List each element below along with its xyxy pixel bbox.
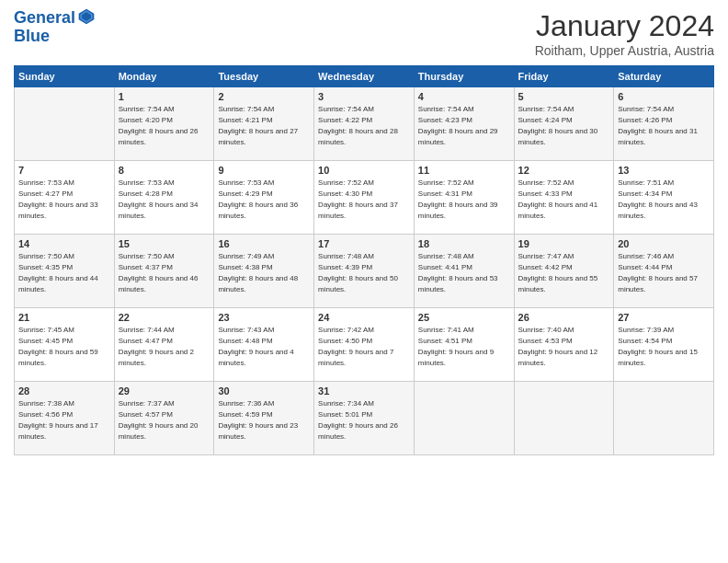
day-info: Sunrise: 7:54 AMSunset: 4:20 PMDaylight:… bbox=[119, 104, 210, 148]
calendar-cell: 1 Sunrise: 7:54 AMSunset: 4:20 PMDayligh… bbox=[114, 87, 214, 161]
calendar-cell: 14 Sunrise: 7:50 AMSunset: 4:35 PMDaylig… bbox=[15, 235, 115, 308]
calendar-cell: 27 Sunrise: 7:39 AMSunset: 4:54 PMDaylig… bbox=[614, 308, 714, 382]
day-info: Sunrise: 7:34 AMSunset: 5:01 PMDaylight:… bbox=[318, 398, 410, 442]
calendar-cell bbox=[15, 87, 115, 161]
day-number: 20 bbox=[618, 238, 710, 249]
calendar-cell: 22 Sunrise: 7:44 AMSunset: 4:47 PMDaylig… bbox=[114, 308, 214, 382]
day-info: Sunrise: 7:53 AMSunset: 4:27 PMDaylight:… bbox=[18, 178, 110, 222]
day-info: Sunrise: 7:54 AMSunset: 4:22 PMDaylight:… bbox=[318, 104, 410, 148]
calendar-cell: 20 Sunrise: 7:46 AMSunset: 4:44 PMDaylig… bbox=[614, 235, 714, 308]
day-number: 1 bbox=[119, 91, 210, 102]
day-info: Sunrise: 7:46 AMSunset: 4:44 PMDaylight:… bbox=[618, 251, 710, 295]
day-number: 7 bbox=[18, 165, 110, 176]
page: General Blue January 2024 Roitham, Upper… bbox=[0, 0, 728, 563]
day-info: Sunrise: 7:36 AMSunset: 4:59 PMDaylight:… bbox=[218, 398, 310, 442]
day-info: Sunrise: 7:44 AMSunset: 4:47 PMDaylight:… bbox=[119, 325, 210, 369]
month-title: January 2024 bbox=[535, 9, 714, 43]
day-info: Sunrise: 7:41 AMSunset: 4:51 PMDaylight:… bbox=[418, 325, 510, 369]
day-number: 21 bbox=[18, 312, 110, 323]
location-subtitle: Roitham, Upper Austria, Austria bbox=[535, 43, 714, 58]
calendar-cell: 19 Sunrise: 7:47 AMSunset: 4:42 PMDaylig… bbox=[514, 235, 614, 308]
day-info: Sunrise: 7:51 AMSunset: 4:34 PMDaylight:… bbox=[618, 178, 710, 222]
header: General Blue January 2024 Roitham, Upper… bbox=[14, 9, 714, 58]
day-info: Sunrise: 7:54 AMSunset: 4:26 PMDaylight:… bbox=[618, 104, 710, 148]
calendar-cell: 3 Sunrise: 7:54 AMSunset: 4:22 PMDayligh… bbox=[314, 87, 415, 161]
calendar-cell: 26 Sunrise: 7:40 AMSunset: 4:53 PMDaylig… bbox=[514, 308, 614, 382]
day-number: 25 bbox=[418, 312, 510, 323]
calendar-cell bbox=[414, 382, 514, 455]
day-number: 2 bbox=[218, 91, 310, 102]
day-info: Sunrise: 7:43 AMSunset: 4:48 PMDaylight:… bbox=[218, 325, 310, 369]
calendar-cell: 15 Sunrise: 7:50 AMSunset: 4:37 PMDaylig… bbox=[114, 235, 214, 308]
day-number: 11 bbox=[418, 165, 510, 176]
day-info: Sunrise: 7:48 AMSunset: 4:39 PMDaylight:… bbox=[318, 251, 410, 295]
calendar-cell: 13 Sunrise: 7:51 AMSunset: 4:34 PMDaylig… bbox=[614, 161, 714, 235]
header-wednesday: Wednesday bbox=[314, 66, 415, 87]
header-sunday: Sunday bbox=[15, 66, 115, 87]
logo-icon bbox=[77, 7, 96, 26]
day-number: 22 bbox=[119, 312, 210, 323]
calendar-cell: 2 Sunrise: 7:54 AMSunset: 4:21 PMDayligh… bbox=[214, 87, 314, 161]
day-number: 29 bbox=[119, 385, 210, 396]
calendar-cell: 31 Sunrise: 7:34 AMSunset: 5:01 PMDaylig… bbox=[314, 382, 415, 455]
day-info: Sunrise: 7:54 AMSunset: 4:24 PMDaylight:… bbox=[518, 104, 610, 148]
day-info: Sunrise: 7:50 AMSunset: 4:37 PMDaylight:… bbox=[119, 251, 210, 295]
day-info: Sunrise: 7:40 AMSunset: 4:53 PMDaylight:… bbox=[518, 325, 610, 369]
day-number: 8 bbox=[119, 165, 210, 176]
calendar-week-3: 14 Sunrise: 7:50 AMSunset: 4:35 PMDaylig… bbox=[15, 235, 714, 308]
day-number: 10 bbox=[318, 165, 410, 176]
day-info: Sunrise: 7:47 AMSunset: 4:42 PMDaylight:… bbox=[518, 251, 610, 295]
calendar-cell: 18 Sunrise: 7:48 AMSunset: 4:41 PMDaylig… bbox=[414, 235, 514, 308]
calendar-cell: 21 Sunrise: 7:45 AMSunset: 4:45 PMDaylig… bbox=[15, 308, 115, 382]
calendar-cell: 25 Sunrise: 7:41 AMSunset: 4:51 PMDaylig… bbox=[414, 308, 514, 382]
day-info: Sunrise: 7:48 AMSunset: 4:41 PMDaylight:… bbox=[418, 251, 510, 295]
header-thursday: Thursday bbox=[414, 66, 514, 87]
day-number: 15 bbox=[119, 238, 210, 249]
day-info: Sunrise: 7:53 AMSunset: 4:28 PMDaylight:… bbox=[119, 178, 210, 222]
logo-text: General bbox=[14, 9, 75, 28]
calendar-cell bbox=[614, 382, 714, 455]
title-block: January 2024 Roitham, Upper Austria, Aus… bbox=[535, 9, 714, 58]
day-number: 28 bbox=[18, 385, 110, 396]
day-number: 6 bbox=[618, 91, 710, 102]
day-number: 5 bbox=[518, 91, 610, 102]
calendar-cell: 4 Sunrise: 7:54 AMSunset: 4:23 PMDayligh… bbox=[414, 87, 514, 161]
day-info: Sunrise: 7:37 AMSunset: 4:57 PMDaylight:… bbox=[119, 398, 210, 442]
calendar-cell: 8 Sunrise: 7:53 AMSunset: 4:28 PMDayligh… bbox=[114, 161, 214, 235]
calendar-cell: 10 Sunrise: 7:52 AMSunset: 4:30 PMDaylig… bbox=[314, 161, 415, 235]
day-info: Sunrise: 7:38 AMSunset: 4:56 PMDaylight:… bbox=[18, 398, 110, 442]
calendar-cell: 24 Sunrise: 7:42 AMSunset: 4:50 PMDaylig… bbox=[314, 308, 415, 382]
logo-subtext: Blue bbox=[14, 28, 96, 46]
header-friday: Friday bbox=[514, 66, 614, 87]
calendar-cell: 23 Sunrise: 7:43 AMSunset: 4:48 PMDaylig… bbox=[214, 308, 314, 382]
calendar-cell: 12 Sunrise: 7:52 AMSunset: 4:33 PMDaylig… bbox=[514, 161, 614, 235]
calendar-week-1: 1 Sunrise: 7:54 AMSunset: 4:20 PMDayligh… bbox=[15, 87, 714, 161]
day-info: Sunrise: 7:52 AMSunset: 4:33 PMDaylight:… bbox=[518, 178, 610, 222]
day-number: 19 bbox=[518, 238, 610, 249]
day-number: 30 bbox=[218, 385, 310, 396]
calendar-cell: 9 Sunrise: 7:53 AMSunset: 4:29 PMDayligh… bbox=[214, 161, 314, 235]
day-info: Sunrise: 7:54 AMSunset: 4:21 PMDaylight:… bbox=[218, 104, 310, 148]
day-number: 26 bbox=[518, 312, 610, 323]
day-number: 16 bbox=[218, 238, 310, 249]
day-info: Sunrise: 7:52 AMSunset: 4:30 PMDaylight:… bbox=[318, 178, 410, 222]
header-saturday: Saturday bbox=[614, 66, 714, 87]
calendar-cell: 5 Sunrise: 7:54 AMSunset: 4:24 PMDayligh… bbox=[514, 87, 614, 161]
calendar-week-2: 7 Sunrise: 7:53 AMSunset: 4:27 PMDayligh… bbox=[15, 161, 714, 235]
day-info: Sunrise: 7:45 AMSunset: 4:45 PMDaylight:… bbox=[18, 325, 110, 369]
day-number: 3 bbox=[318, 91, 410, 102]
day-number: 18 bbox=[418, 238, 510, 249]
day-number: 17 bbox=[318, 238, 410, 249]
day-number: 14 bbox=[18, 238, 110, 249]
day-number: 31 bbox=[318, 385, 410, 396]
day-info: Sunrise: 7:50 AMSunset: 4:35 PMDaylight:… bbox=[18, 251, 110, 295]
day-info: Sunrise: 7:49 AMSunset: 4:38 PMDaylight:… bbox=[218, 251, 310, 295]
calendar-week-4: 21 Sunrise: 7:45 AMSunset: 4:45 PMDaylig… bbox=[15, 308, 714, 382]
day-info: Sunrise: 7:53 AMSunset: 4:29 PMDaylight:… bbox=[218, 178, 310, 222]
header-row: Sunday Monday Tuesday Wednesday Thursday… bbox=[15, 66, 714, 87]
calendar-table: Sunday Monday Tuesday Wednesday Thursday… bbox=[14, 65, 714, 455]
calendar-cell bbox=[514, 382, 614, 455]
day-number: 13 bbox=[618, 165, 710, 176]
calendar-cell: 30 Sunrise: 7:36 AMSunset: 4:59 PMDaylig… bbox=[214, 382, 314, 455]
day-number: 27 bbox=[618, 312, 710, 323]
